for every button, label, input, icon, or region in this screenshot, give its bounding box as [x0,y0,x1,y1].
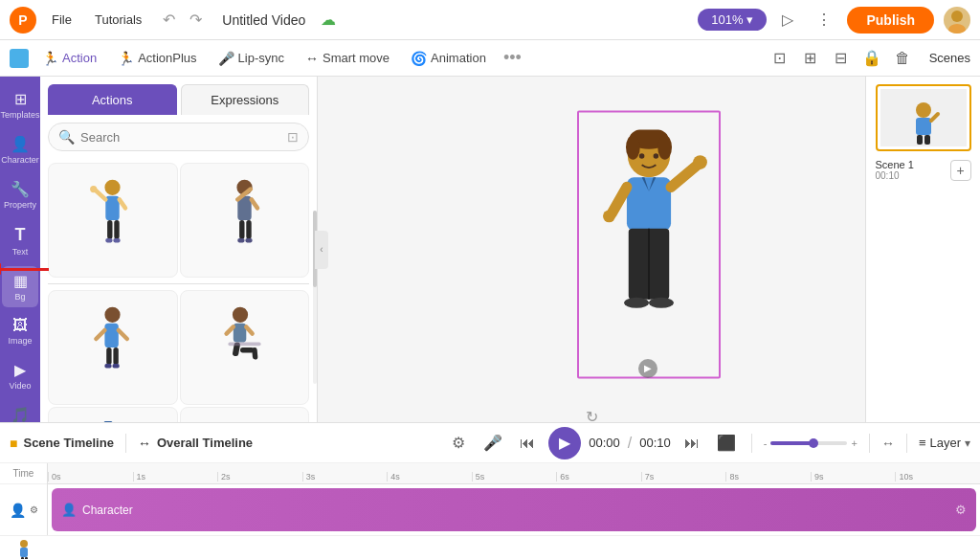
toolbar-animation[interactable]: 🌀 Animation [403,47,494,70]
svg-rect-74 [924,135,930,145]
caption-button[interactable]: ⬛ [713,430,740,457]
svg-line-5 [120,199,125,208]
video-icon: ▶ [14,361,26,379]
layout-icon[interactable]: ⊡ [768,47,791,70]
expand-search-icon[interactable]: ⊡ [287,129,299,145]
app-logo[interactable]: P [10,7,36,34]
tutorials-menu[interactable]: Tutorials [87,9,149,31]
character-track-bar[interactable]: 👤 Character ⚙ [52,488,976,531]
grid-icon[interactable]: ⊞ [799,47,822,70]
action-card-5[interactable] [48,407,178,422]
mic-button[interactable]: 🎤 [479,430,506,457]
svg-point-70 [916,102,931,118]
color-swatch[interactable] [10,49,29,68]
action-card-4[interactable] [180,290,310,405]
publish-button[interactable]: Publish [847,7,934,34]
layer-dropdown-icon: ▾ [965,437,970,450]
add-scene-button[interactable]: + [950,160,971,181]
action-card-3[interactable] [48,290,178,405]
topbar-right: ▷ ⋮ Publish [774,7,970,34]
sidebar-item-property[interactable]: 🔧 Property [2,174,38,215]
toolbar-actionplus[interactable]: 🏃 ActionPlus [110,47,204,70]
play-button[interactable]: ▶ [548,427,581,459]
delete-icon[interactable]: 🗑 [891,47,914,70]
main-content: ⊞ Templates 👤 Character 🔧 Property T Tex… [0,77,980,422]
svg-point-10 [90,186,97,192]
skip-back-button[interactable]: ⏮ [514,430,541,457]
svg-rect-33 [252,347,257,360]
toolbar2: 🏃 Action 🏃 ActionPlus 🎤 Lip-sync ↔ Smart… [0,40,980,77]
time-header: Time [0,463,47,484]
svg-line-21 [97,330,105,339]
undo-button[interactable]: ↶ [157,9,180,32]
table-icon[interactable]: ⊟ [830,47,853,70]
character-icon: 👤 [11,135,30,153]
svg-point-75 [20,540,28,548]
lock-icon[interactable]: 🔒 [860,47,883,70]
toolbar-lipsync[interactable]: 🎤 Lip-sync [211,47,292,70]
layer-selector[interactable]: ≡ Layer ▾ [919,436,970,450]
scene-1-name: Scene 1 [876,159,914,170]
sidebar-item-templates[interactable]: ⊞ Templates [2,84,38,125]
panel-scrollbar[interactable] [313,191,317,365]
sidebar-item-image[interactable]: 🖼 Image [2,311,38,351]
templates-icon: ⊞ [14,90,27,108]
sidebar-item-video[interactable]: ▶ Video [2,355,38,396]
speed-handle[interactable] [809,438,818,448]
action-card-6[interactable] [180,407,310,422]
share-icon[interactable]: ⋮ [811,7,837,34]
video-title: Untitled Video [222,12,305,28]
tick-5s: 5s [472,472,557,482]
selected-character-frame[interactable] [577,110,721,378]
track-bar-left: 👤 Character [61,503,133,517]
action-card-2[interactable] [180,163,310,278]
settings-button[interactable]: ⚙ [445,430,472,457]
search-input[interactable] [80,130,281,145]
svg-rect-15 [239,220,244,239]
grid-separator [48,283,309,284]
tick-7s: 7s [641,472,726,482]
zoom-button[interactable]: 101% ▾ [698,9,767,31]
tick-10s: 10s [895,472,980,482]
timeline-left-labels: Time 👤 ⚙ [0,463,48,535]
svg-rect-23 [106,347,111,365]
left-sidebar: ⊞ Templates 👤 Character 🔧 Property T Tex… [0,77,40,422]
scene-timeline-label[interactable]: ■ Scene Timeline [10,436,114,451]
character-play-button[interactable]: ▶ [638,359,657,378]
search-bar[interactable]: 🔍 ⊡ [48,123,309,151]
play-preview-icon[interactable]: ▷ [774,7,801,34]
toolbar-smartmove[interactable]: ↔ Smart move [298,47,397,70]
tab-actions[interactable]: Actions [48,84,177,115]
scenes-label: Scenes [929,51,970,65]
panel-collapse-button[interactable]: ‹ [315,231,328,269]
timeline-divider-2 [751,434,752,453]
expand-icon[interactable]: ↔ [881,436,895,451]
more-options-icon[interactable]: ••• [503,48,522,68]
track-settings-icon[interactable]: ⚙ [30,504,38,515]
tab-expressions[interactable]: Expressions [181,84,310,115]
action-card-1[interactable] [48,163,178,278]
track-character-icon: 👤 [61,503,77,517]
track-left-icons: 👤 ⚙ [0,484,47,535]
svg-rect-34 [228,343,260,347]
sidebar-item-text[interactable]: T Text [2,219,38,262]
scene-1-thumbnail[interactable] [876,84,971,151]
file-menu[interactable]: File [44,9,79,31]
speed-minus[interactable]: - [764,437,768,449]
sidebar-item-music[interactable]: 🎵 Music [2,400,38,422]
svg-rect-16 [246,220,251,239]
svg-line-4 [96,190,106,200]
speed-plus[interactable]: + [851,437,857,449]
speed-control[interactable]: - + [764,437,858,449]
layer-icon: ≡ [919,436,926,450]
svg-rect-6 [107,220,112,239]
svg-line-61 [671,165,698,187]
skip-forward-button[interactable]: ⏭ [679,430,705,457]
overall-timeline-label[interactable]: ↔ Overall Timeline [138,436,253,451]
avatar[interactable] [944,7,970,34]
speed-track[interactable] [770,441,847,445]
toolbar-action[interactable]: 🏃 Action [34,47,104,70]
sidebar-item-character[interactable]: 👤 Character [2,129,38,170]
canvas-area[interactable]: ▶ ↻ [318,77,865,422]
redo-button[interactable]: ↷ [184,9,207,32]
